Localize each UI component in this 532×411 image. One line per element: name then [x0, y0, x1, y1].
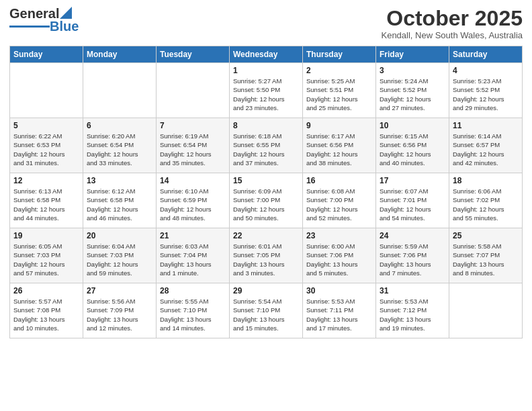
calendar-cell: 26Sunrise: 5:57 AM Sunset: 7:08 PM Dayli…: [10, 283, 83, 338]
day-info: Sunrise: 5:59 AM Sunset: 7:06 PM Dayligh…: [380, 242, 445, 277]
calendar-cell: 25Sunrise: 5:58 AM Sunset: 7:07 PM Dayli…: [449, 228, 523, 283]
day-info: Sunrise: 5:53 AM Sunset: 7:11 PM Dayligh…: [306, 297, 372, 332]
day-info: Sunrise: 6:00 AM Sunset: 7:06 PM Dayligh…: [306, 242, 372, 277]
day-info: Sunrise: 6:19 AM Sunset: 6:54 PM Dayligh…: [160, 132, 226, 167]
month-title: October 2025: [381, 7, 523, 30]
calendar-cell: 20Sunrise: 6:04 AM Sunset: 7:03 PM Dayli…: [83, 228, 157, 283]
day-number: 23: [306, 231, 372, 240]
day-number: 17: [380, 176, 445, 185]
day-info: Sunrise: 5:27 AM Sunset: 5:50 PM Dayligh…: [233, 77, 299, 112]
calendar: SundayMondayTuesdayWednesdayThursdayFrid…: [9, 46, 523, 338]
day-info: Sunrise: 6:20 AM Sunset: 6:54 PM Dayligh…: [87, 132, 152, 167]
day-info: Sunrise: 6:01 AM Sunset: 7:05 PM Dayligh…: [233, 242, 299, 277]
calendar-cell: [83, 63, 157, 118]
calendar-cell: [10, 63, 83, 118]
calendar-cell: 31Sunrise: 5:53 AM Sunset: 7:12 PM Dayli…: [376, 283, 449, 338]
calendar-cell: 21Sunrise: 6:03 AM Sunset: 7:04 PM Dayli…: [157, 228, 230, 283]
weekday-header: Tuesday: [157, 46, 230, 63]
calendar-cell: 17Sunrise: 6:07 AM Sunset: 7:01 PM Dayli…: [376, 173, 449, 228]
weekday-header: Sunday: [10, 46, 83, 63]
day-info: Sunrise: 5:56 AM Sunset: 7:09 PM Dayligh…: [87, 297, 152, 332]
day-number: 14: [160, 176, 226, 185]
day-info: Sunrise: 6:13 AM Sunset: 6:58 PM Dayligh…: [13, 187, 79, 222]
day-number: 16: [306, 176, 372, 185]
weekday-header: Saturday: [449, 46, 523, 63]
day-info: Sunrise: 6:07 AM Sunset: 7:01 PM Dayligh…: [380, 187, 445, 222]
day-number: 31: [380, 286, 445, 295]
day-info: Sunrise: 5:55 AM Sunset: 7:10 PM Dayligh…: [160, 297, 226, 332]
day-number: 15: [233, 176, 299, 185]
calendar-cell: [157, 63, 230, 118]
day-number: 29: [233, 286, 299, 295]
day-info: Sunrise: 6:03 AM Sunset: 7:04 PM Dayligh…: [160, 242, 226, 277]
day-number: 28: [160, 286, 226, 295]
calendar-cell: [449, 283, 523, 338]
day-info: Sunrise: 6:09 AM Sunset: 7:00 PM Dayligh…: [233, 187, 299, 222]
calendar-cell: 3Sunrise: 5:24 AM Sunset: 5:52 PM Daylig…: [376, 63, 449, 118]
weekday-header: Friday: [376, 46, 449, 63]
day-info: Sunrise: 5:25 AM Sunset: 5:51 PM Dayligh…: [306, 77, 372, 112]
weekday-header: Wednesday: [230, 46, 303, 63]
calendar-cell: 8Sunrise: 6:18 AM Sunset: 6:55 PM Daylig…: [230, 118, 303, 173]
day-info: Sunrise: 5:23 AM Sunset: 5:52 PM Dayligh…: [453, 77, 519, 112]
day-number: 2: [306, 66, 372, 75]
weekday-header: Thursday: [303, 46, 376, 63]
day-number: 10: [380, 121, 445, 130]
day-number: 25: [453, 231, 519, 240]
calendar-cell: 13Sunrise: 6:12 AM Sunset: 6:58 PM Dayli…: [83, 173, 157, 228]
day-info: Sunrise: 6:17 AM Sunset: 6:56 PM Dayligh…: [306, 132, 372, 167]
day-number: 27: [87, 286, 152, 295]
calendar-cell: 6Sunrise: 6:20 AM Sunset: 6:54 PM Daylig…: [83, 118, 157, 173]
title-block: October 2025 Kendall, New South Wales, A…: [381, 7, 523, 40]
day-info: Sunrise: 6:18 AM Sunset: 6:55 PM Dayligh…: [233, 132, 299, 167]
calendar-cell: 7Sunrise: 6:19 AM Sunset: 6:54 PM Daylig…: [157, 118, 230, 173]
svg-marker-0: [60, 7, 72, 19]
calendar-cell: 18Sunrise: 6:06 AM Sunset: 7:02 PM Dayli…: [449, 173, 523, 228]
calendar-cell: 9Sunrise: 6:17 AM Sunset: 6:56 PM Daylig…: [303, 118, 376, 173]
calendar-cell: 19Sunrise: 6:05 AM Sunset: 7:03 PM Dayli…: [10, 228, 83, 283]
day-number: 6: [87, 121, 152, 130]
day-number: 4: [453, 66, 519, 75]
day-info: Sunrise: 5:57 AM Sunset: 7:08 PM Dayligh…: [13, 297, 79, 332]
day-number: 22: [233, 231, 299, 240]
day-info: Sunrise: 6:05 AM Sunset: 7:03 PM Dayligh…: [13, 242, 79, 277]
day-number: 9: [306, 121, 372, 130]
calendar-cell: 15Sunrise: 6:09 AM Sunset: 7:00 PM Dayli…: [230, 173, 303, 228]
calendar-cell: 22Sunrise: 6:01 AM Sunset: 7:05 PM Dayli…: [230, 228, 303, 283]
day-info: Sunrise: 5:24 AM Sunset: 5:52 PM Dayligh…: [380, 77, 445, 112]
calendar-cell: 29Sunrise: 5:54 AM Sunset: 7:10 PM Dayli…: [230, 283, 303, 338]
day-number: 12: [13, 176, 79, 185]
day-number: 8: [233, 121, 299, 130]
calendar-cell: 12Sunrise: 6:13 AM Sunset: 6:58 PM Dayli…: [10, 173, 83, 228]
weekday-header: Monday: [83, 46, 157, 63]
calendar-cell: 30Sunrise: 5:53 AM Sunset: 7:11 PM Dayli…: [303, 283, 376, 338]
day-info: Sunrise: 6:10 AM Sunset: 6:59 PM Dayligh…: [160, 187, 226, 222]
logo-icon: [60, 7, 72, 19]
day-info: Sunrise: 6:12 AM Sunset: 6:58 PM Dayligh…: [87, 187, 152, 222]
day-number: 13: [87, 176, 152, 185]
day-number: 21: [160, 231, 226, 240]
logo: General Blue: [9, 7, 79, 34]
day-info: Sunrise: 5:53 AM Sunset: 7:12 PM Dayligh…: [380, 297, 445, 332]
calendar-cell: 5Sunrise: 6:22 AM Sunset: 6:53 PM Daylig…: [10, 118, 83, 173]
day-info: Sunrise: 5:54 AM Sunset: 7:10 PM Dayligh…: [233, 297, 299, 332]
calendar-cell: 4Sunrise: 5:23 AM Sunset: 5:52 PM Daylig…: [449, 63, 523, 118]
day-info: Sunrise: 6:22 AM Sunset: 6:53 PM Dayligh…: [13, 132, 79, 167]
location: Kendall, New South Wales, Australia: [381, 30, 523, 40]
day-number: 30: [306, 286, 372, 295]
calendar-cell: 11Sunrise: 6:14 AM Sunset: 6:57 PM Dayli…: [449, 118, 523, 173]
calendar-cell: 1Sunrise: 5:27 AM Sunset: 5:50 PM Daylig…: [230, 63, 303, 118]
day-info: Sunrise: 6:06 AM Sunset: 7:02 PM Dayligh…: [453, 187, 519, 222]
day-info: Sunrise: 6:08 AM Sunset: 7:00 PM Dayligh…: [306, 187, 372, 222]
day-info: Sunrise: 6:15 AM Sunset: 6:56 PM Dayligh…: [380, 132, 445, 167]
day-number: 3: [380, 66, 445, 75]
day-info: Sunrise: 5:58 AM Sunset: 7:07 PM Dayligh…: [453, 242, 519, 277]
calendar-cell: 2Sunrise: 5:25 AM Sunset: 5:51 PM Daylig…: [303, 63, 376, 118]
day-number: 24: [380, 231, 445, 240]
day-number: 7: [160, 121, 226, 130]
day-info: Sunrise: 6:04 AM Sunset: 7:03 PM Dayligh…: [87, 242, 152, 277]
calendar-cell: 23Sunrise: 6:00 AM Sunset: 7:06 PM Dayli…: [303, 228, 376, 283]
calendar-cell: 24Sunrise: 5:59 AM Sunset: 7:06 PM Dayli…: [376, 228, 449, 283]
calendar-cell: 28Sunrise: 5:55 AM Sunset: 7:10 PM Dayli…: [157, 283, 230, 338]
calendar-cell: 27Sunrise: 5:56 AM Sunset: 7:09 PM Dayli…: [83, 283, 157, 338]
